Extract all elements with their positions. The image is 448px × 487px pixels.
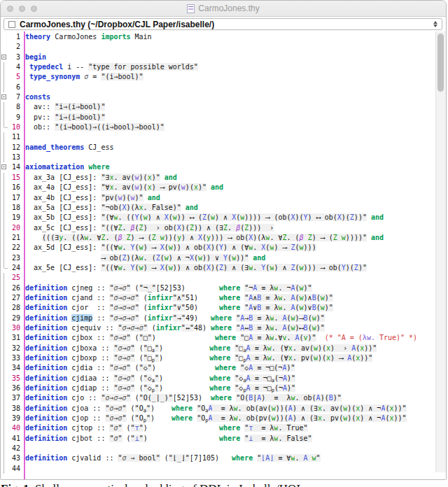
code-line: 42 — [1, 444, 446, 453]
code-line: 35definition cjdiaa :: "σ⇒σ" ("◇a") wher… — [1, 374, 446, 383]
buffer-dirty-icon — [8, 21, 15, 28]
gutter: 12 — [1, 143, 22, 153]
code-text: definition cjimp :: "σ⇒σ⇒σ" (infixr"→"49… — [22, 313, 325, 323]
fold-guide — [1, 83, 8, 92]
gutter: 17 — [1, 193, 22, 203]
fold-guide — [1, 464, 8, 474]
code-text: ax_3a [CJ_ess]: "∃x. av(w)(x)" and — [22, 173, 177, 183]
fold-guide — [1, 263, 8, 273]
line-number: 22 — [8, 243, 22, 253]
code-line: 26definition cjneg :: "σ⇒σ" ("¬_"[52]53)… — [1, 283, 446, 293]
fold-marker-icon[interactable] — [1, 92, 8, 102]
code-line: 28definition cjor :: "σ⇒σ⇒σ" (infixr"∨"5… — [1, 303, 446, 313]
line-number: 10 — [8, 122, 22, 132]
code-line: 24 ax_5e [CJ_ess]: "((∀w. Y(w) ⟶ X(w)) ∧… — [1, 263, 446, 273]
code-text: definition cjtop :: "σ" ("⊤") where "⊤ ≡… — [22, 423, 308, 433]
code-line: 43definition cjvalid :: "σ ⇒ bool" ("⌊_⌋… — [1, 453, 446, 463]
gutter: 27 — [1, 293, 22, 303]
line-number: 30 — [8, 323, 22, 333]
gutter: 44 — [1, 464, 22, 474]
code-text: definition cjo :: "σ⇒σ⇒σ" ("O(_|_)"[52]5… — [22, 393, 342, 403]
code-text: definition cjand :: "σ⇒σ⇒σ" (infixr"∧"51… — [22, 293, 333, 303]
combo-chevrons-icon[interactable] — [433, 21, 438, 27]
line-number: 21 — [8, 233, 22, 243]
line-number: 15 — [8, 173, 22, 183]
fold-guide — [1, 223, 8, 233]
code-text: pv:: "i⇒(i⇒bool)" — [22, 113, 105, 122]
fold-guide — [1, 193, 8, 203]
line-number: 19 — [8, 213, 22, 223]
fold-marker-icon[interactable] — [1, 162, 8, 172]
line-number: 8 — [8, 102, 22, 112]
gutter: 24 — [1, 263, 22, 273]
gutter: 34 — [1, 363, 22, 373]
fold-guide — [1, 32, 8, 42]
gutter: 20 — [1, 223, 22, 233]
fold-guide — [1, 313, 8, 323]
gutter: 7 — [1, 92, 22, 102]
code-text: definition cjboxp :: "σ⇒σ" ("□p") where … — [22, 353, 372, 363]
code-line: 13 — [1, 153, 446, 162]
gutter: 22 — [1, 243, 22, 253]
code-line: 40definition cjtop :: "σ" ("⊤") where "⊤… — [1, 423, 446, 433]
zoom-window-button[interactable] — [31, 6, 37, 12]
gutter: 36 — [1, 383, 22, 393]
line-number: 1 — [8, 32, 22, 42]
code-line: 33definition cjboxp :: "σ⇒σ" ("□p") wher… — [1, 353, 446, 363]
line-number: 42 — [8, 444, 22, 453]
line-number: 41 — [8, 434, 22, 444]
code-text: definition cjoa :: "σ⇒σ" ("Oa") where "O… — [22, 404, 407, 414]
fold-guide — [1, 423, 8, 433]
code-text: definition cjbot :: "σ" ("⊥") where "⊥ ≡… — [22, 434, 312, 444]
fold-guide — [1, 393, 8, 403]
code-line: 6 — [1, 83, 446, 92]
gutter: 16 — [1, 183, 22, 192]
line-number: 5 — [8, 72, 22, 82]
gutter: 1 — [1, 32, 22, 42]
code-text: typedecl i -- "type for possible worlds" — [22, 62, 198, 72]
code-line: 19 ax_5b [CJ_ess]: "(∀w. ((Y(w) ∧ X(w)) … — [1, 213, 446, 223]
fold-guide — [1, 453, 8, 463]
code-text: definition cjop :: "σ⇒σ" ("Op") where "O… — [22, 414, 407, 423]
line-number: 11 — [8, 132, 22, 142]
chevron-up-icon — [433, 21, 438, 24]
fold-guide — [1, 113, 8, 122]
code-rows: 1theory CarmoJones imports Main23begin4 … — [1, 32, 446, 474]
fold-guide — [1, 233, 8, 243]
fold-guide — [1, 122, 8, 132]
gutter: 15 — [1, 173, 22, 183]
minimize-window-button[interactable] — [19, 6, 25, 12]
vertical-scrollbar-thumb[interactable] — [438, 34, 444, 92]
gutter: 25 — [1, 273, 22, 283]
code-line: 15 ax_3a [CJ_ess]: "∃x. av(w)(x)" and — [1, 173, 446, 183]
buffer-switcher[interactable]: CarmoJones.thy (~/Dropbox/CJL Paper/isab… — [4, 18, 442, 30]
fold-guide — [1, 102, 8, 112]
code-text: type_synonym σ = "(i⇒bool)" — [22, 72, 144, 82]
gutter: 29 — [1, 313, 22, 323]
code-line: 11 — [1, 132, 446, 142]
code-line: 27definition cjand :: "σ⇒σ⇒σ" (infixr"∧"… — [1, 293, 446, 303]
code-text: definition cjequiv :: "σ⇒σ⇒σ" (infixr"↔"… — [22, 323, 325, 333]
text-area[interactable]: 1theory CarmoJones imports Main23begin4 … — [1, 31, 446, 479]
code-text: ax_5b [CJ_ess]: "(∀w. ((Y(w) ∧ X(w)) ⟷ (… — [22, 213, 384, 223]
close-window-button[interactable] — [7, 6, 13, 12]
code-line: 10 ob:: "(i⇒bool)⇒((i⇒bool)⇒bool)" — [1, 122, 446, 132]
vertical-scrollbar[interactable] — [435, 31, 446, 472]
fold-guide — [1, 333, 8, 343]
line-number: 39 — [8, 414, 22, 423]
gutter: 21 — [1, 233, 22, 243]
fold-guide — [1, 213, 8, 223]
gutter: 13 — [1, 153, 22, 162]
code-text: definition cjdiap :: "σ⇒σ" ("◇p") where … — [22, 383, 295, 393]
editor-window: CarmoJones.thy CarmoJones.thy (~/Dropbox… — [0, 0, 447, 480]
fold-marker-icon[interactable] — [1, 52, 8, 62]
line-number: 43 — [8, 453, 22, 463]
line-number: 20 — [8, 223, 22, 233]
line-number: 33 — [8, 353, 22, 363]
line-number: 31 — [8, 333, 22, 343]
fold-guide — [1, 132, 8, 142]
fold-guide — [1, 203, 8, 213]
fold-guide — [1, 383, 8, 393]
gutter: 3 — [1, 52, 22, 62]
gutter: 39 — [1, 414, 22, 423]
